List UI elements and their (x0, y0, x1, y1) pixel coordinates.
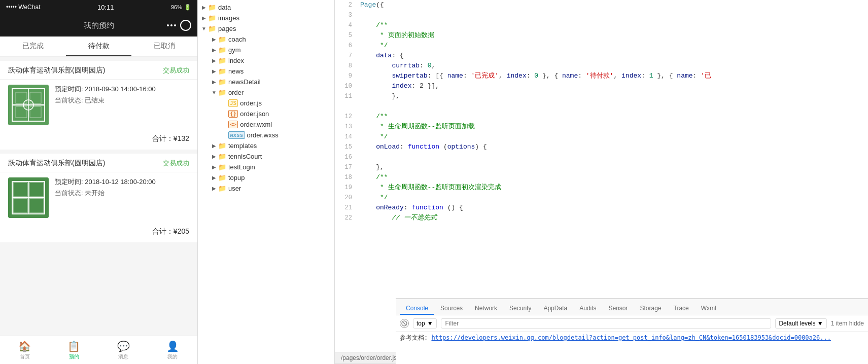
folder-icon-coach: 📁 (218, 35, 226, 43)
code-line-2: 2 Page({ (335, 0, 868, 10)
tab-pending[interactable]: 待付款 (66, 37, 132, 56)
order-tabs: 已完成 待付款 已取消 (0, 37, 197, 57)
svg-line-18 (403, 322, 406, 324)
code-line-6: 6 */ (335, 41, 868, 51)
nav-circle-icon[interactable] (180, 20, 191, 31)
tree-arrow-order (210, 90, 218, 95)
devtools-tab-security[interactable]: Security (503, 303, 537, 315)
code-line-12-blank (335, 101, 868, 112)
console-filter-input[interactable] (441, 318, 772, 329)
code-line-4: 4 /** (335, 20, 868, 30)
console-log-link[interactable]: https://developers.weixin.qq.com/blogdet… (431, 334, 830, 341)
phone-panel: ••••• WeChat 10:11 96% 🔋 我的预约 已完成 待付款 已取… (0, 0, 198, 364)
bottom-nav-booking-label: 预约 (69, 353, 79, 360)
tree-item-order-js[interactable]: JS order.js (198, 98, 334, 108)
tree-item-testLogin[interactable]: 📁 testLogin (198, 162, 334, 172)
devtools-tab-network[interactable]: Network (469, 303, 503, 315)
tab-cancelled[interactable]: 已取消 (131, 37, 197, 56)
order-list: 跃动体育运动俱乐部(圆明园店) 交易成功 (0, 57, 197, 336)
tree-item-data[interactable]: 📁 data (198, 2, 334, 13)
code-line-16: 16 (335, 152, 868, 162)
nav-more-icon[interactable] (167, 24, 176, 26)
tree-label-order-js: order.js (240, 99, 262, 107)
devtools-tab-console[interactable]: Console (400, 303, 434, 315)
folder-icon-topup: 📁 (218, 174, 226, 181)
tree-item-templates[interactable]: 📁 templates (198, 140, 334, 151)
devtools-tab-wxml[interactable]: Wxml (695, 303, 722, 315)
devtools-tab-storage[interactable]: Storage (634, 303, 668, 315)
tree-item-newsDetail[interactable]: 📁 newsDetail (198, 77, 334, 87)
tree-arrow-user (210, 186, 218, 191)
code-line-5: 5 * 页面的初始数据 (335, 30, 868, 41)
tree-item-news[interactable]: 📁 news (198, 66, 334, 77)
tree-item-index[interactable]: 📁 index (198, 55, 334, 66)
order-detail-2: 预定时间: 2018-10-12 18:00-20:00 当前状态: 未开始 (0, 172, 197, 223)
code-line-7: 7 data: { (335, 51, 868, 61)
devtools-tab-audits[interactable]: Audits (573, 303, 602, 315)
devtools-tab-appdata[interactable]: AppData (537, 303, 573, 315)
console-level-select[interactable]: Default levels ▼ (775, 318, 826, 329)
folder-icon-index: 📁 (218, 57, 226, 64)
tree-label-user: user (228, 185, 241, 192)
tab-completed[interactable]: 已完成 (0, 37, 66, 56)
tree-label-tennisCourt: tennisCourt (228, 153, 262, 160)
tree-item-gym[interactable]: 📁 gym (198, 45, 334, 55)
console-context-select[interactable]: top ▼ (413, 318, 437, 329)
order-header-1: 跃动体育运动俱乐部(圆明园店) 交易成功 (0, 61, 197, 80)
phone-navbar: 我的预约 (0, 14, 197, 37)
console-clear-button[interactable] (400, 319, 409, 328)
order-shop-1: 跃动体育运动俱乐部(圆明园店) (8, 66, 105, 75)
tree-item-pages[interactable]: 📁 pages (198, 23, 334, 34)
right-area: 📁 data 📁 images 📁 pages (198, 0, 868, 364)
bottom-nav-profile[interactable]: 👤 我的 (148, 336, 197, 364)
phone-bottom-nav: 🏠 首页 📋 预约 💬 消息 👤 我的 (0, 336, 197, 364)
folder-icon-order: 📁 (218, 89, 226, 96)
tree-label-images: images (218, 14, 239, 22)
order-header-2: 跃动体育运动俱乐部(圆明园店) 交易成功 (0, 154, 197, 172)
code-line-9: 9 swipertab: [{ name: '已完成', index: 0 },… (335, 71, 868, 81)
bottom-nav-message[interactable]: 💬 消息 (99, 336, 148, 364)
tree-arrow-data (200, 5, 208, 10)
tree-item-order-wxss[interactable]: wxss order.wxss (198, 130, 334, 140)
wxml-icon: <> (228, 121, 238, 128)
tree-label-gym: gym (228, 46, 241, 54)
order-time-2: 预定时间: 2018-10-12 18:00-20:00 (55, 177, 189, 187)
tree-label-order: order (228, 89, 244, 96)
console-log-line-1: 参考文档: https://developers.weixin.qq.com/b… (400, 334, 864, 342)
tree-arrow-news (210, 68, 218, 74)
tree-item-coach[interactable]: 📁 coach (198, 34, 334, 45)
devtools-tabs: Console Sources Network Security AppData… (396, 299, 868, 315)
tree-item-tennisCourt[interactable]: 📁 tennisCourt (198, 151, 334, 162)
code-line-14: 14 */ (335, 132, 868, 142)
bottom-nav-home[interactable]: 🏠 首页 (0, 336, 49, 364)
devtools-tab-sources[interactable]: Sources (434, 303, 469, 315)
code-line-21: 21 onReady: function () { (335, 203, 868, 213)
order-detail-1: 预定时间: 2018-09-30 14:00-16:00 当前状态: 已结束 (0, 80, 197, 130)
tree-item-order[interactable]: 📁 order (198, 87, 334, 98)
status-bar: ••••• WeChat 10:11 96% 🔋 (0, 0, 197, 14)
tree-arrow-templates (210, 143, 218, 149)
file-tree-scroll[interactable]: 📁 data 📁 images 📁 pages (198, 0, 334, 364)
tree-label-order-json: order.json (240, 110, 269, 118)
folder-icon-gym: 📁 (218, 46, 226, 54)
order-shop-2: 跃动体育运动俱乐部(圆明园店) (8, 159, 105, 168)
devtools-tab-trace[interactable]: Trace (668, 303, 695, 315)
devtools-tab-sensor[interactable]: Sensor (603, 303, 634, 315)
tree-item-order-wxml[interactable]: <> order.wxml (198, 119, 334, 130)
phone-nav-title: 我的预约 (84, 21, 114, 30)
code-line-22: 22 // 一不选先式 (335, 213, 868, 223)
folder-icon-data: 📁 (208, 4, 216, 11)
bottom-nav-booking[interactable]: 📋 预约 (49, 336, 98, 364)
order-total-1: 合计：¥132 (0, 130, 197, 150)
nav-icons (167, 20, 191, 31)
tree-label-coach: coach (228, 35, 246, 43)
tree-item-order-json[interactable]: {} order.json (198, 108, 334, 119)
bottom-nav-profile-label: 我的 (167, 353, 178, 360)
tree-label-data: data (218, 4, 231, 11)
tree-item-user[interactable]: 📁 user (198, 183, 334, 194)
chevron-down-icon: ▼ (427, 320, 433, 327)
tree-item-images[interactable]: 📁 images (198, 13, 334, 23)
tree-arrow-newsDetail (210, 79, 218, 85)
folder-icon-images: 📁 (208, 14, 216, 22)
tree-item-topup[interactable]: 📁 topup (198, 172, 334, 183)
